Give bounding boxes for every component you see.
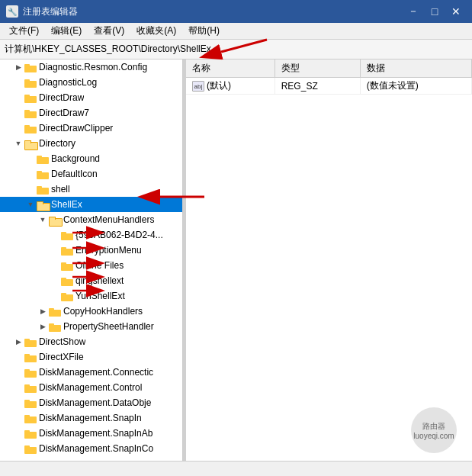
app-title: 注册表编辑器	[23, 5, 78, 18]
tree-item[interactable]: ▶DirectShow	[0, 334, 182, 349]
folder-icon	[24, 368, 37, 378]
tree-item[interactable]: shell	[0, 182, 182, 197]
address-bar: 计算机\HKEY_CLASSES_ROOT\Directory\ShellEx	[0, 40, 472, 60]
tree-item-label: DirectXFile	[39, 352, 84, 362]
col-type: 类型	[275, 60, 360, 78]
tree-item[interactable]: ▶PropertySheetHandler	[0, 319, 182, 334]
tree-item[interactable]: DiskManagement.SnapInAb	[0, 426, 182, 441]
folder-icon	[61, 246, 73, 256]
tree-item[interactable]: ▼Directory	[0, 136, 182, 151]
tree-item[interactable]: {596AB062-B4D2-4...	[0, 227, 182, 243]
tree-item[interactable]: EncryptionMenu	[0, 243, 182, 258]
tree-item-label: DiagnosticLog	[39, 77, 97, 88]
tree-toggle-icon[interactable]: ▶	[37, 307, 49, 315]
tree-item-label: DiskManagement.Connectic	[39, 367, 153, 378]
value-name: ab|(默认)	[186, 78, 275, 95]
menu-bar: 文件(F) 编辑(E) 查看(V) 收藏夹(A) 帮助(H)	[0, 23, 472, 40]
folder-icon	[24, 124, 37, 133]
tree-item[interactable]: ▶CopyHookHandlers	[0, 304, 182, 319]
folder-icon	[24, 78, 37, 88]
status-bar	[0, 461, 472, 476]
folder-icon	[24, 139, 37, 149]
tree-item[interactable]: ▼ShellEx	[0, 197, 182, 212]
tree-item-label: CopyHookHandlers	[63, 306, 143, 317]
tree-item[interactable]: DiskManagement.Connectic	[0, 365, 182, 380]
folder-icon	[24, 398, 37, 408]
tree-item-label: Directory	[39, 138, 75, 149]
maximize-button[interactable]: □	[425, 4, 445, 19]
folder-icon	[37, 169, 49, 179]
tree-item[interactable]: DirectXFile	[0, 349, 182, 365]
folder-icon	[24, 444, 37, 454]
tree-item[interactable]: DirectDrawClipper	[0, 121, 182, 136]
tree-toggle-icon[interactable]: ▼	[24, 201, 37, 208]
tree-item-label: shell	[51, 184, 70, 195]
tree-item-label: DirectDraw7	[39, 108, 89, 118]
tree-item[interactable]: qingshellext	[0, 273, 182, 288]
value-type: REG_SZ	[275, 78, 360, 95]
tree-item[interactable]: Background	[0, 151, 182, 166]
folder-icon	[61, 276, 73, 286]
tree-item[interactable]: DiskManagement.SnapInCo	[0, 441, 182, 456]
close-button[interactable]: ✕	[446, 4, 466, 19]
value-table: 名称 类型 数据 ab|(默认)REG_SZ(数值未设置)	[186, 60, 472, 95]
folder-icon	[61, 230, 73, 240]
tree-item-label: DiskManagement.SnapInAb	[39, 428, 153, 439]
col-name: 名称	[186, 60, 275, 78]
title-bar: 🔧 注册表编辑器 － □ ✕	[0, 0, 472, 23]
tree-item[interactable]: DefaultIcon	[0, 166, 182, 182]
folder-icon	[49, 307, 61, 317]
menu-view[interactable]: 查看(V)	[88, 23, 130, 39]
tree-item-label: DefaultIcon	[51, 169, 98, 179]
tree-item-label: DiskManagement.Control	[39, 382, 142, 393]
main-content: ▶Diagnostic.Resmon.Config DiagnosticLog …	[0, 60, 472, 461]
tree-item-label: EncryptionMenu	[75, 245, 142, 256]
folder-icon	[24, 63, 37, 72]
tree-item-label: PropertySheetHandler	[63, 321, 154, 332]
table-row[interactable]: ab|(默认)REG_SZ(数值未设置)	[186, 78, 472, 95]
folder-icon	[61, 291, 73, 301]
menu-file[interactable]: 文件(F)	[3, 23, 45, 39]
window-controls: － □ ✕	[403, 4, 466, 19]
menu-edit[interactable]: 编辑(E)	[45, 23, 88, 39]
tree-item-label: YunShellExt	[75, 291, 125, 301]
tree-toggle-icon[interactable]: ▶	[12, 63, 24, 71]
tree-item-label: DiskManagement.SnapIn	[39, 413, 142, 423]
tree-item[interactable]: DirectDraw	[0, 90, 182, 105]
tree-item[interactable]: ▼ContextMenuHandlers	[0, 212, 182, 227]
tree-item-label: DiskManagement.DataObje	[39, 397, 151, 408]
tree-item-label: DirectShow	[39, 336, 85, 347]
tree-toggle-icon[interactable]: ▶	[37, 323, 49, 330]
tree-item[interactable]: ▶Diagnostic.Resmon.Config	[0, 60, 182, 75]
tree-item-label: Diagnostic.Resmon.Config	[39, 62, 147, 72]
folder-icon	[61, 261, 73, 271]
tree-item[interactable]: DiskManagement.SnapIn	[0, 410, 182, 426]
tree-item-label: Offline Files	[75, 260, 124, 271]
tree-item-label: DirectDrawClipper	[39, 123, 113, 133]
tree-item-label: {596AB062-B4D2-4...	[75, 230, 163, 240]
address-text: 计算机\HKEY_CLASSES_ROOT\Directory\ShellEx	[5, 43, 467, 56]
folder-icon	[24, 383, 37, 393]
tree-item[interactable]: DiagnosticLog	[0, 75, 182, 90]
tree-item[interactable]: DiskManagement.Control	[0, 380, 182, 395]
folder-icon	[49, 322, 61, 332]
menu-favorites[interactable]: 收藏夹(A)	[130, 23, 182, 39]
tree-toggle-icon[interactable]: ▼	[12, 140, 24, 147]
tree-panel[interactable]: ▶Diagnostic.Resmon.Config DiagnosticLog …	[0, 60, 183, 461]
menu-help[interactable]: 帮助(H)	[182, 23, 226, 39]
value-panel: 名称 类型 数据 ab|(默认)REG_SZ(数值未设置)	[186, 60, 472, 461]
value-data: (数值未设置)	[360, 78, 471, 95]
tree-item[interactable]: DirectDraw7	[0, 105, 182, 121]
folder-icon	[24, 108, 37, 118]
tree-item[interactable]: YunShellExt	[0, 288, 182, 304]
minimize-button[interactable]: －	[403, 4, 423, 19]
tree-item[interactable]: DiskManagement.DataObje	[0, 395, 182, 410]
tree-item-label: ShellEx	[51, 199, 82, 210]
tree-item[interactable]: Offline Files	[0, 258, 182, 273]
tree-toggle-icon[interactable]: ▶	[12, 338, 24, 346]
tree-item-label: qingshellext	[75, 275, 124, 286]
folder-icon	[37, 185, 49, 195]
tree-toggle-icon[interactable]: ▼	[37, 216, 49, 224]
tree-item-label: ContextMenuHandlers	[63, 214, 154, 225]
tree-item-label: Background	[51, 153, 100, 164]
